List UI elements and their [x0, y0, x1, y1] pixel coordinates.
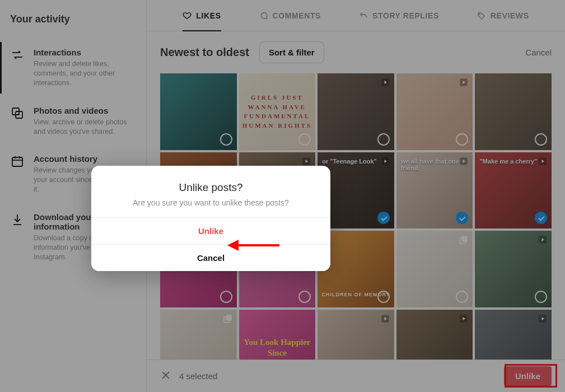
dialog-subtitle: Are you sure you want to unlike these po… [105, 198, 317, 207]
unlike-confirm-dialog: Unlike posts? Are you sure you want to u… [91, 166, 330, 271]
dialog-confirm-unlike-button[interactable]: Unlike [91, 217, 330, 244]
dialog-title: Unlike posts? [105, 181, 317, 194]
dialog-cancel-button[interactable]: Cancel [91, 244, 330, 271]
